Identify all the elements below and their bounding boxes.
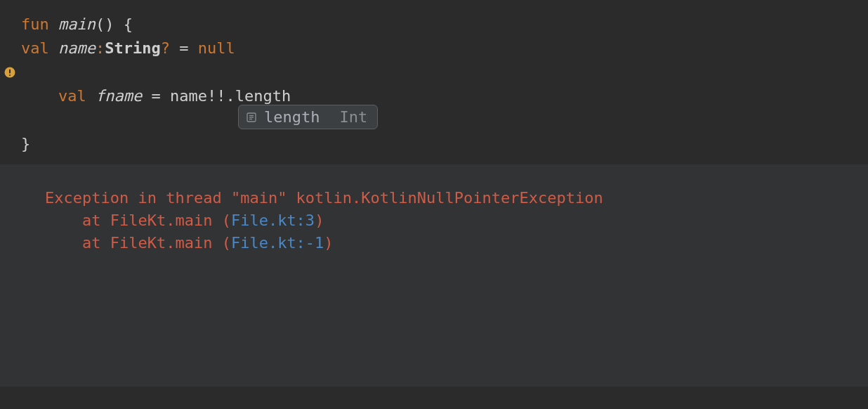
variable-name: name [58,39,96,57]
brace-close: } [21,135,30,152]
stack-frame-suffix: ) [315,212,324,229]
completion-item-name: length [264,108,320,126]
function-name: main [58,15,96,33]
keyword-val: val [21,39,49,57]
nullable-question: ? [161,39,170,57]
stack-frame-prefix: at FileKt.main ( [45,234,231,252]
svg-rect-1 [9,70,11,74]
stack-trace-link[interactable]: File.kt:-1 [231,234,324,252]
stack-trace-link[interactable]: File.kt:3 [231,212,315,229]
null-keyword: null [198,39,235,57]
code-line[interactable]: } [0,132,868,156]
equals-operator: = [179,39,188,57]
keyword-fun: fun [21,15,49,33]
code-completion-popup[interactable]: length Int [238,105,378,129]
code-line-empty[interactable] [0,84,868,108]
type-string: String [105,39,160,57]
svg-rect-2 [9,74,11,76]
brace-open: { [124,15,133,33]
code-editor[interactable]: fun main() { val name:String? = null val… [0,0,868,164]
colon: : [96,39,105,57]
field-icon [246,112,257,123]
code-line-empty[interactable] [0,108,868,132]
warning-icon[interactable] [4,67,15,78]
parentheses: () [96,15,114,33]
stack-frame-suffix: ) [324,234,333,252]
code-line[interactable]: val name:String? = null [0,37,868,60]
completion-item-type: Int [339,108,367,126]
console-output[interactable]: Exception in thread "main" kotlin.Kotlin… [0,164,868,387]
stack-frame-prefix: at FileKt.main ( [45,212,231,229]
code-line[interactable]: val fname = name!!.length [0,60,868,84]
exception-message: Exception in thread "main" kotlin.Kotlin… [45,189,603,207]
code-line[interactable]: fun main() { [0,13,868,37]
